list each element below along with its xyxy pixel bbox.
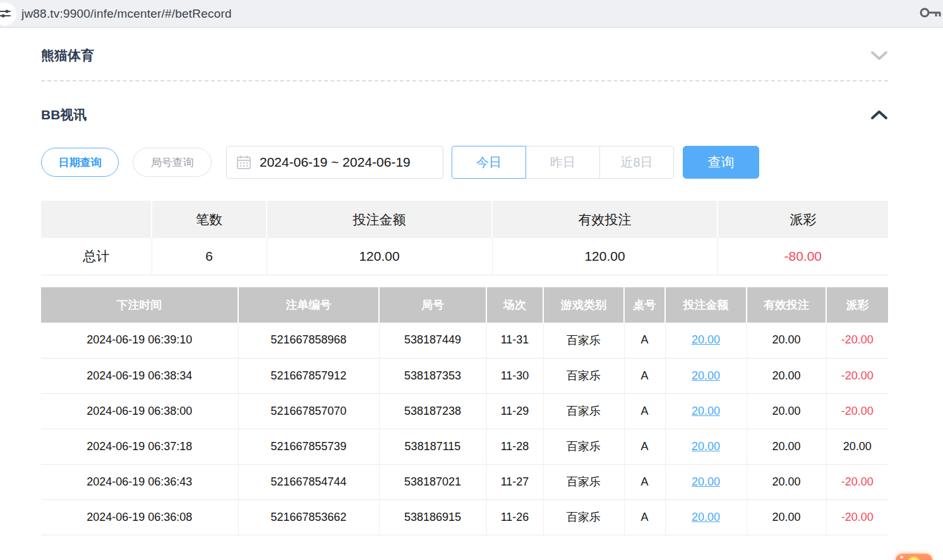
browser-address-bar[interactable]: jw88.tv:9900/infe/mcenter/#/betRecord: [0, 0, 943, 28]
table-number-cell: A: [624, 499, 665, 535]
header-game-type: 游戏类别: [543, 287, 624, 323]
game-type-cell: 百家乐: [543, 358, 624, 393]
section-title-bb: BB视讯: [41, 106, 87, 124]
filter-bar: 日期查询 局号查询 2024-06-19 ~ 2024-06-19 今日 昨日 …: [41, 146, 759, 179]
last-8-days-button[interactable]: 近8日: [599, 146, 674, 179]
session-cell: 11-31: [486, 323, 543, 358]
round-number-cell: 538187353: [379, 358, 486, 393]
summary-header-blank: [41, 201, 152, 238]
section-title-panda: 熊猫体育: [41, 47, 94, 64]
bet-amount-link[interactable]: 20.00: [692, 333, 720, 346]
summary-header-row: 笔数 投注金额 有效投注 派彩: [41, 201, 888, 238]
header-round-number: 局号: [379, 287, 486, 323]
table-number-cell: A: [624, 393, 665, 429]
session-cell: 11-28: [486, 429, 543, 464]
round-number-cell: 538187021: [379, 464, 486, 499]
summary-total-label: 总计: [41, 238, 152, 275]
valid-bet-cell: 20.00: [747, 429, 826, 464]
table-row: 2024-06-19 06:37:18 521667855739 5381871…: [41, 429, 888, 464]
table-row: 2024-06-19 06:38:34 521667857912 5381873…: [41, 358, 888, 393]
header-table-number: 桌号: [624, 287, 665, 323]
slip-number-cell: 521667857070: [238, 393, 379, 429]
summary-header-payout: 派彩: [718, 201, 888, 238]
table-number-cell: A: [624, 323, 665, 358]
round-number-cell: 538186915: [379, 499, 486, 535]
bet-time-cell: 2024-06-19 06:38:34: [41, 358, 238, 393]
table-number-cell: A: [624, 358, 665, 393]
bet-record-page: jw88.tv:9900/infe/mcenter/#/betRecord 熊猫…: [0, 0, 943, 560]
site-info-icon[interactable]: [0, 3, 16, 25]
today-button[interactable]: 今日: [452, 146, 526, 179]
summary-table: 笔数 投注金额 有效投注 派彩 总计 6 120.00 120.00 -80.0…: [41, 201, 888, 275]
payout-cell: -20.00: [826, 464, 888, 499]
header-session: 场次: [486, 287, 543, 323]
bet-amount-link[interactable]: 20.00: [692, 440, 720, 453]
table-number-cell: A: [624, 429, 665, 464]
header-valid-bet: 有效投注: [747, 287, 826, 323]
header-slip-number: 注单编号: [238, 287, 379, 323]
floating-promo-button[interactable]: [896, 554, 932, 560]
game-type-cell: 百家乐: [543, 323, 624, 358]
summary-valid-bet-value: 120.00: [492, 238, 718, 275]
header-bet-time: 下注时间: [41, 287, 238, 323]
bet-time-cell: 2024-06-19 06:36:43: [41, 464, 238, 499]
payout-cell: -20.00: [826, 499, 888, 535]
bet-time-cell: 2024-06-19 06:38:00: [41, 393, 238, 429]
table-row: 2024-06-19 06:38:00 521667857070 5381872…: [41, 393, 888, 429]
game-type-cell: 百家乐: [543, 464, 624, 499]
payout-cell: 20.00: [826, 429, 888, 464]
slip-number-cell: 521667858968: [238, 323, 379, 358]
chevron-up-icon[interactable]: [870, 109, 888, 121]
summary-bet-amount-value: 120.00: [267, 238, 492, 275]
bet-time-cell: 2024-06-19 06:37:18: [41, 429, 238, 464]
summary-header-bet-amount: 投注金额: [267, 201, 492, 238]
section-divider: [41, 80, 888, 81]
url-text[interactable]: jw88.tv:9900/infe/mcenter/#/betRecord: [21, 7, 232, 21]
bet-table-header-row: 下注时间 注单编号 局号 场次 游戏类别 桌号 投注金额 有效投注 派彩: [41, 287, 888, 323]
search-button[interactable]: 查询: [683, 146, 759, 179]
chevron-down-icon[interactable]: [870, 50, 888, 61]
slip-number-cell: 521667854744: [238, 464, 379, 499]
table-row: 2024-06-19 06:36:43 521667854744 5381870…: [41, 464, 888, 499]
round-number-cell: 538187449: [379, 323, 486, 358]
slip-number-cell: 521667853662: [238, 499, 379, 535]
table-number-cell: A: [624, 464, 665, 499]
header-bet-amount: 投注金额: [665, 287, 747, 323]
bet-amount-link[interactable]: 20.00: [692, 405, 720, 417]
payout-cell: -20.00: [826, 323, 888, 358]
bet-time-cell: 2024-06-19 06:36:08: [41, 499, 238, 535]
password-key-icon[interactable]: [919, 4, 942, 23]
bet-amount-link[interactable]: 20.00: [692, 475, 720, 488]
bet-records-table: 下注时间 注单编号 局号 场次 游戏类别 桌号 投注金额 有效投注 派彩 202…: [41, 287, 888, 535]
slip-number-cell: 521667855739: [238, 429, 379, 464]
date-query-tab[interactable]: 日期查询: [41, 148, 119, 177]
date-range-value: 2024-06-19 ~ 2024-06-19: [260, 155, 411, 170]
round-number-cell: 538187238: [379, 393, 486, 429]
summary-header-count: 笔数: [152, 201, 267, 238]
valid-bet-cell: 20.00: [747, 464, 826, 499]
date-range-input[interactable]: 2024-06-19 ~ 2024-06-19: [226, 146, 443, 179]
game-type-cell: 百家乐: [543, 393, 624, 429]
summary-total-row: 总计 6 120.00 120.00 -80.00: [41, 238, 888, 275]
bet-amount-link[interactable]: 20.00: [692, 369, 720, 382]
yesterday-button[interactable]: 昨日: [526, 146, 600, 179]
table-row: 2024-06-19 06:36:08 521667853662 5381869…: [41, 499, 888, 535]
payout-cell: -20.00: [826, 393, 888, 429]
section-bb-video[interactable]: BB视讯: [41, 106, 888, 124]
valid-bet-cell: 20.00: [747, 393, 826, 429]
section-panda-sports[interactable]: 熊猫体育: [41, 47, 888, 64]
bet-amount-link[interactable]: 20.00: [692, 511, 720, 523]
valid-bet-cell: 20.00: [747, 323, 826, 358]
session-cell: 11-29: [486, 393, 543, 429]
game-type-cell: 百家乐: [543, 499, 624, 535]
session-cell: 11-27: [486, 464, 543, 499]
summary-payout-value: -80.00: [718, 238, 888, 275]
session-cell: 11-26: [486, 499, 543, 535]
quick-range-group: 今日 昨日 近8日: [452, 146, 674, 179]
bet-time-cell: 2024-06-19 06:39:10: [41, 323, 238, 358]
round-query-tab[interactable]: 局号查询: [133, 148, 212, 177]
round-number-cell: 538187115: [379, 429, 486, 464]
summary-header-valid-bet: 有效投注: [492, 201, 718, 238]
summary-count-value: 6: [152, 238, 267, 275]
valid-bet-cell: 20.00: [747, 358, 826, 393]
